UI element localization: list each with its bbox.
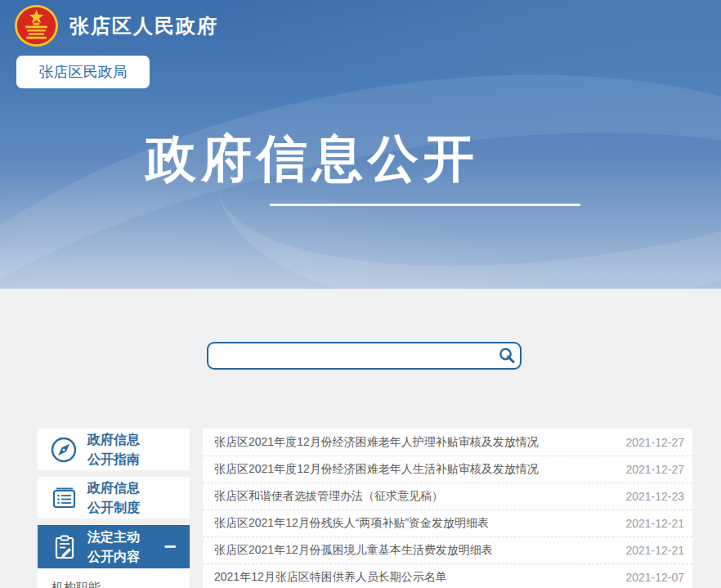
title-underline [270, 204, 580, 206]
banner: 张店区人民政府 张店区民政局 政府信息公开 [0, 0, 721, 289]
news-title: 2021年12月张店区特困供养人员长期公示名单 [214, 570, 616, 585]
news-title: 张店区和谐使者选拔管理办法（征求意见稿） [214, 489, 616, 504]
rules-book-icon [48, 483, 79, 514]
sidebar-item-system[interactable]: 政府信息 公开制度 [38, 477, 190, 518]
compass-icon [48, 434, 79, 465]
page-title: 政府信息公开 [146, 124, 479, 193]
site-name: 张店区人民政府 [69, 13, 218, 39]
news-row[interactable]: 张店区2021年度12月份经济困难老年人护理补贴审核及发放情况 2021-12-… [203, 429, 692, 456]
news-title: 张店区2021年12月份残疾人“两项补贴”资金发放明细表 [214, 516, 616, 531]
news-row[interactable]: 张店区2021年12月份孤困境儿童基本生活费发放明细表 2021-12-21 [203, 536, 692, 563]
sidebar-submenu: 机构职能 [38, 568, 190, 588]
news-date: 2021-12-27 [625, 436, 684, 449]
news-row[interactable]: 张店区2021年度12月份经济困难老年人生活补贴审核及发放情况 2021-12-… [203, 456, 692, 483]
sidebar: 政府信息 公开指南 [38, 429, 190, 588]
department-button[interactable]: 张店区民政局 [16, 56, 150, 88]
content-area: 政府信息 公开指南 [0, 289, 721, 588]
page-root: 张店区人民政府 张店区民政局 政府信息公开 [0, 0, 721, 588]
news-row[interactable]: 张店区和谐使者选拔管理办法（征求意见稿） 2021-12-23 [203, 483, 692, 509]
collapse-minus-icon[interactable]: − [160, 541, 180, 554]
news-title: 张店区2021年度12月份经济困难老年人生活补贴审核及发放情况 [214, 462, 616, 477]
news-list: 张店区2021年度12月份经济困难老年人护理补贴审核及发放情况 2021-12-… [203, 429, 692, 588]
search-box [207, 342, 522, 370]
clipboard-pencil-icon [48, 532, 79, 563]
news-date: 2021-12-07 [625, 571, 684, 584]
news-row[interactable]: 张店区2021年12月份残疾人“两项补贴”资金发放明细表 2021-12-21 [203, 509, 692, 536]
news-row[interactable]: 2021年12月张店区特困供养人员长期公示名单 2021-12-07 [203, 563, 692, 588]
news-title: 张店区2021年度12月份经济困难老年人护理补贴审核及发放情况 [214, 435, 616, 450]
news-date: 2021-12-23 [625, 490, 684, 503]
submenu-item-org-functions[interactable]: 机构职能 [38, 577, 190, 588]
search-button[interactable] [494, 343, 520, 368]
news-date: 2021-12-21 [625, 544, 684, 557]
search-input[interactable] [208, 343, 494, 368]
sidebar-item-label: 法定主动 公开内容 [87, 527, 140, 565]
search-icon [498, 347, 516, 365]
news-date: 2021-12-27 [625, 463, 684, 476]
site-logo-link[interactable]: 张店区人民政府 [13, 4, 218, 47]
news-title: 张店区2021年12月份孤困境儿童基本生活费发放明细表 [214, 543, 616, 558]
news-date: 2021-12-21 [625, 517, 684, 530]
sidebar-item-guide[interactable]: 政府信息 公开指南 [38, 429, 190, 470]
sidebar-item-label: 政府信息 公开指南 [87, 430, 140, 468]
national-emblem-icon [13, 4, 60, 47]
sidebar-item-statutory-disclosure[interactable]: 法定主动 公开内容 − [38, 525, 190, 568]
sidebar-item-label: 政府信息 公开制度 [87, 478, 140, 516]
